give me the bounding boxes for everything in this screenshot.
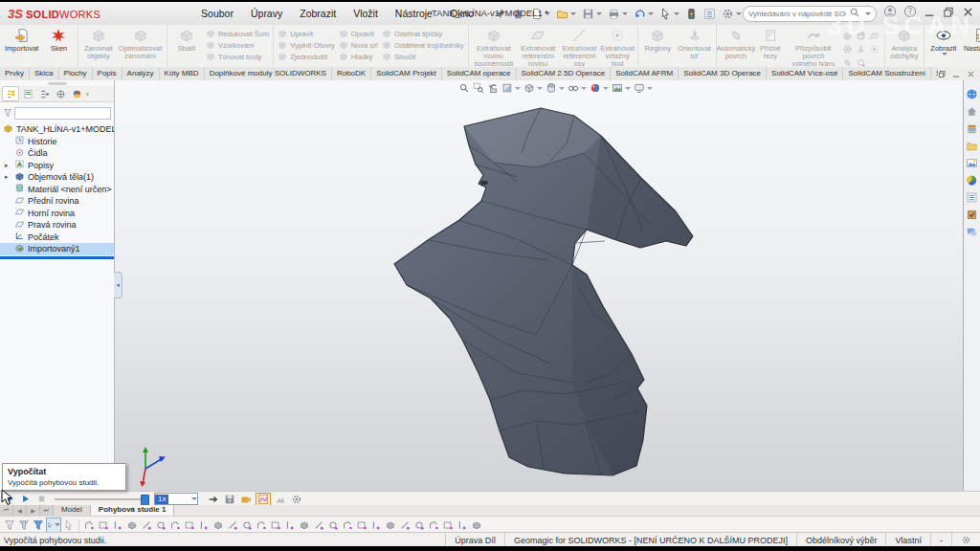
- gear-icon[interactable]: [290, 494, 303, 505]
- tree-root[interactable]: TANK_HLÍNA-v1+MODEL1 (Výchozí<: [0, 123, 114, 136]
- tool-03-icon[interactable]: [111, 518, 124, 532]
- tree-filter-input[interactable]: [14, 107, 111, 120]
- play-button[interactable]: [18, 494, 32, 505]
- close-button[interactable]: [962, 5, 974, 22]
- panel-splitter-handle[interactable]: ◂: [114, 272, 122, 298]
- tool-07-icon[interactable]: [168, 518, 182, 532]
- tool-19-icon[interactable]: [341, 518, 354, 532]
- ribbon-button-optimalizovat-zarovn-n-[interactable]: Optimalizovat zarovnání: [117, 26, 164, 60]
- solidworks-resources-icon[interactable]: [966, 88, 978, 100]
- box-shape-icon[interactable]: [841, 30, 854, 42]
- study-tab-pohybov-studie-1[interactable]: Pohybová studie 1: [91, 505, 175, 516]
- save-animation-icon[interactable]: [223, 494, 236, 505]
- ribbon-button-sken[interactable]: Sken: [42, 26, 75, 53]
- tab-plochy[interactable]: Plochy: [59, 67, 93, 80]
- timeline-nav-0[interactable]: ⏮: [0, 505, 13, 516]
- ribbon-button-automatick-povrch[interactable]: Automatický povrch: [720, 26, 752, 60]
- ribbon-button-redukovat-um[interactable]: Redukovat Šum: [206, 29, 269, 39]
- tree-item-horn-rovina[interactable]: Horní rovina: [0, 208, 114, 220]
- timeline-nav-1[interactable]: ◀: [13, 505, 27, 516]
- dimxpert-tab[interactable]: [53, 87, 68, 100]
- tab-dopl-kov-moduly-solidworks[interactable]: Doplňkové moduly SOLIDWORKS: [205, 67, 332, 80]
- tool-26-icon[interactable]: [441, 518, 455, 532]
- ribbon-button-extrahovat-referen-n-osy[interactable]: Extrahovat referenční osy: [561, 26, 598, 68]
- zoom-fit-icon[interactable]: [458, 82, 470, 94]
- configurationmanager-tab[interactable]: [36, 87, 52, 100]
- home-icon[interactable]: [966, 105, 978, 118]
- options-gear-icon[interactable]: [720, 7, 744, 21]
- tool-11-icon[interactable]: [226, 518, 239, 532]
- ribbon-button-odebrat-pi-ky[interactable]: Odebrat špičky: [382, 29, 464, 39]
- cone-shape-icon[interactable]: [855, 43, 867, 55]
- timeline-nav-buttons[interactable]: ⏮◀▶⏭: [0, 505, 54, 516]
- tool-05-icon[interactable]: [140, 518, 153, 532]
- apply-scene-icon[interactable]: [612, 82, 631, 94]
- tool-06-icon[interactable]: [154, 518, 167, 532]
- ribbon-button-nov-s-[interactable]: Nová síť: [339, 40, 378, 51]
- edit-appearance-icon[interactable]: [590, 82, 609, 94]
- tool-09-icon[interactable]: [197, 518, 211, 532]
- stop-button[interactable]: [34, 494, 48, 505]
- tree-item-importovan-1[interactable]: Importovaný1: [0, 243, 114, 255]
- search-caret-icon[interactable]: [865, 12, 871, 15]
- tree-item--idla[interactable]: Čidla: [0, 147, 114, 160]
- tab-solidcam-operace[interactable]: SolidCAM operace: [442, 67, 517, 80]
- select-alt-tool-icon[interactable]: [62, 518, 76, 532]
- menu-vložit[interactable]: Vložit: [345, 8, 387, 19]
- ribbon-button-hladk-[interactable]: Hladký: [339, 52, 378, 62]
- tab-solidcam-projekt[interactable]: SolidCAM Projekt: [371, 67, 442, 80]
- login-icon[interactable]: [883, 5, 897, 22]
- expand-arrow-icon[interactable]: ▸: [5, 162, 11, 169]
- tree-item-materi-l-nen-ur-en-[interactable]: Materiál <není určen>: [0, 184, 114, 196]
- plane-shape-icon[interactable]: [868, 30, 880, 42]
- forum-icon[interactable]: [966, 226, 978, 238]
- model-canvas[interactable]: [115, 80, 963, 491]
- displaymanager-tab[interactable]: [69, 87, 84, 100]
- tool-12-icon[interactable]: [240, 518, 254, 532]
- sphere-shape-icon[interactable]: [868, 43, 880, 55]
- slider-thumb[interactable]: [141, 495, 149, 506]
- tool-18-icon[interactable]: [326, 518, 340, 532]
- cylinder-shape-icon[interactable]: [855, 30, 867, 42]
- ribbon-button-regiony[interactable]: Regiony: [641, 26, 674, 53]
- view-palette-icon[interactable]: [966, 157, 978, 169]
- ribbon-button-zarovnat-objekty[interactable]: Zarovnat objekty: [81, 26, 115, 60]
- zoom-area-icon[interactable]: [473, 82, 484, 94]
- expand-arrow-icon[interactable]: ▸: [5, 173, 11, 181]
- tool-17-icon[interactable]: [312, 518, 325, 532]
- tab-k-ty-mbd[interactable]: Kóty MBD: [160, 67, 205, 80]
- ribbon-button-importovat[interactable]: Importovat: [3, 26, 40, 53]
- hide-show-items-icon[interactable]: [568, 82, 587, 94]
- tab-anal-zy[interactable]: Analýzy: [122, 67, 160, 80]
- tool-16-icon[interactable]: [298, 518, 311, 532]
- search-input[interactable]: Vyhledávání v nápovědě SOLIDWORKS: [743, 6, 877, 22]
- play-from-start-button[interactable]: [2, 494, 15, 505]
- tool-02-icon[interactable]: [97, 518, 110, 532]
- view-orientation-icon[interactable]: [523, 82, 543, 94]
- tool-10-icon[interactable]: [212, 518, 225, 532]
- ribbon-button-nastaven-[interactable]: Nastavení: [962, 26, 980, 53]
- tab-popis[interactable]: Popis: [93, 67, 122, 80]
- view-settings-icon[interactable]: [634, 82, 653, 94]
- help-icon[interactable]: ?: [903, 5, 917, 22]
- ribbon-button-upravit[interactable]: Upravit: [278, 29, 334, 39]
- tree-item-historie[interactable]: Historie: [0, 136, 114, 148]
- tool-27-icon[interactable]: [456, 518, 469, 532]
- minimize-button[interactable]: [924, 5, 936, 22]
- wheel-shape-icon[interactable]: [841, 43, 854, 55]
- restore-button[interactable]: [943, 5, 955, 22]
- motion-chart-icon[interactable]: [256, 493, 271, 506]
- ribbon-button-extrahovat-rovinu-soum-rnosti[interactable]: Extrahovat rovinu souměrnosti: [472, 26, 516, 68]
- ribbon-button-slou-it[interactable]: Sloučit: [382, 52, 464, 62]
- panel-tabs-more-icon[interactable]: ›: [86, 90, 89, 99]
- file-explorer-icon[interactable]: [966, 140, 978, 152]
- ribbon-button-vzorkov-n-[interactable]: Vzorkování: [206, 40, 269, 51]
- search-icon[interactable]: [849, 5, 860, 22]
- appearances-scenes-icon[interactable]: [966, 174, 978, 187]
- ribbon-button-t-novat-body[interactable]: Tónovat body: [206, 52, 269, 62]
- menu-úpravy[interactable]: Úpravy: [242, 8, 291, 19]
- print-icon[interactable]: [606, 7, 630, 21]
- open-icon[interactable]: [554, 7, 578, 21]
- tab-prvky[interactable]: Prvky: [0, 67, 30, 80]
- tool-14-icon[interactable]: [269, 518, 282, 532]
